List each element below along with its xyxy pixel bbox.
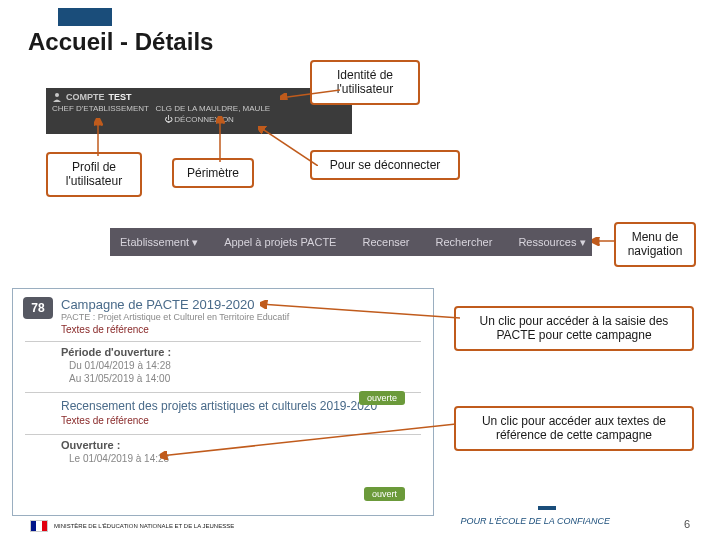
nav-item-ressources[interactable]: Ressources ▾ xyxy=(518,236,585,249)
nav-item-rechercher[interactable]: Rechercher xyxy=(436,236,493,248)
ministry-text: MINISTÈRE DE L'ÉDUCATION NATIONALE ET DE… xyxy=(54,523,234,530)
callout-profil: Profil de l'utilisateur xyxy=(46,152,142,197)
person-icon xyxy=(52,92,62,102)
status-ouvert: ouvert xyxy=(364,487,405,501)
footer-accent xyxy=(538,506,556,510)
account-value: TEST xyxy=(109,92,132,102)
accent-bar xyxy=(58,8,112,26)
period-from: Du 01/04/2019 à 14:28 xyxy=(69,360,421,371)
callout-perimetre: Périmètre xyxy=(172,158,254,188)
nav-bar: Etablissement ▾ Appel à projets PACTE Re… xyxy=(110,228,592,256)
campaign-title[interactable]: Campagne de PACTE 2019-2020 xyxy=(61,297,289,312)
svg-line-6 xyxy=(260,304,460,318)
svg-point-0 xyxy=(55,93,59,97)
user-scope: CLG DE LA MAULDRE, MAULE xyxy=(155,104,270,113)
callout-menu: Menu de navigation xyxy=(614,222,696,267)
nav-item-etablissement[interactable]: Etablissement ▾ xyxy=(120,236,198,249)
dept-badge: 78 xyxy=(23,297,53,319)
power-icon: ⏻ xyxy=(164,115,172,124)
footer-logo: MINISTÈRE DE L'ÉDUCATION NATIONALE ET DE… xyxy=(30,520,234,532)
status-ouverte: ouverte xyxy=(359,391,405,405)
page-title: Accueil - Détails xyxy=(28,28,213,56)
svg-line-4 xyxy=(258,126,318,166)
svg-line-7 xyxy=(160,424,456,456)
page-number: 6 xyxy=(684,518,690,530)
callout-textes: Un clic pour accéder aux textes de référ… xyxy=(454,406,694,451)
footer-right: POUR L'ÉCOLE DE LA CONFIANCE xyxy=(461,516,610,526)
france-flag-icon xyxy=(30,520,48,532)
ref-link[interactable]: Textes de référence xyxy=(61,324,289,335)
svg-line-1 xyxy=(280,90,340,98)
period-label: Période d'ouverture : xyxy=(61,346,421,358)
callout-deconnecter: Pour se déconnecter xyxy=(310,150,460,180)
callout-saisie: Un clic pour accéder à la saisie des PAC… xyxy=(454,306,694,351)
campaign-card: 78 Campagne de PACTE 2019-2020 PACTE : P… xyxy=(12,288,434,516)
campaign-sub: PACTE : Projet Artistique et Culturel en… xyxy=(61,312,289,322)
user-role: CHEF D'ETABLISSEMENT xyxy=(52,104,149,113)
nav-item-recenser[interactable]: Recenser xyxy=(362,236,409,248)
period-to: Au 31/05/2019 à 14:00 xyxy=(69,373,421,384)
nav-item-pacte[interactable]: Appel à projets PACTE xyxy=(224,236,336,248)
account-label: COMPTE xyxy=(66,92,105,102)
